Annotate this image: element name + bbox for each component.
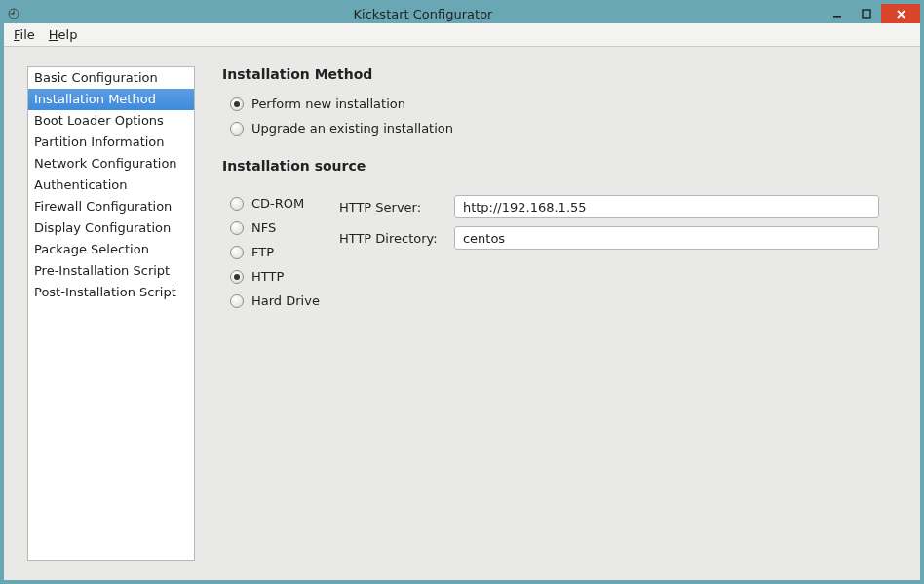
radio-icon xyxy=(230,294,244,308)
sidebar-item-installation-method[interactable]: Installation Method xyxy=(28,89,194,110)
section-title-installation-method: Installation Method xyxy=(222,66,897,82)
http-directory-input[interactable] xyxy=(454,226,879,250)
window-controls xyxy=(823,4,920,23)
radio-icon xyxy=(230,197,244,211)
sidebar-item-basic-configuration[interactable]: Basic Configuration xyxy=(28,67,194,89)
source-radio-group: CD-ROM NFS FTP HTTP xyxy=(222,191,320,313)
radio-icon xyxy=(230,122,244,136)
application-window: Kickstart Configurator File Help Basic C… xyxy=(0,0,924,584)
sidebar-item-post-installation-script[interactable]: Post-Installation Script xyxy=(28,282,194,303)
http-server-input[interactable] xyxy=(454,195,879,218)
radio-label: Perform new installation xyxy=(251,97,405,111)
minimize-button[interactable] xyxy=(823,4,852,23)
sidebar-item-boot-loader-options[interactable]: Boot Loader Options xyxy=(28,110,194,132)
menubar: File Help xyxy=(4,23,920,47)
main-panel: Installation Method Perform new installa… xyxy=(222,66,897,561)
http-directory-label: HTTP Directory: xyxy=(339,231,444,246)
radio-upgrade[interactable]: Upgrade an existing installation xyxy=(222,116,897,140)
menu-file[interactable]: File xyxy=(14,27,35,42)
radio-icon xyxy=(230,97,244,111)
sidebar-item-firewall-configuration[interactable]: Firewall Configuration xyxy=(28,196,194,217)
window-title: Kickstart Configurator xyxy=(23,7,823,21)
sidebar-item-network-configuration[interactable]: Network Configuration xyxy=(28,153,194,175)
radio-label: NFS xyxy=(251,220,276,235)
sidebar-item-display-configuration[interactable]: Display Configuration xyxy=(28,217,194,239)
menu-help[interactable]: Help xyxy=(49,27,78,42)
close-button[interactable] xyxy=(881,4,920,23)
http-server-label: HTTP Server: xyxy=(339,200,444,214)
radio-icon xyxy=(230,270,244,284)
http-fields: HTTP Server: HTTP Directory: xyxy=(339,191,897,313)
radio-cdrom[interactable]: CD-ROM xyxy=(222,191,320,215)
sidebar-item-pre-installation-script[interactable]: Pre-Installation Script xyxy=(28,260,194,282)
sidebar[interactable]: Basic Configuration Installation Method … xyxy=(27,66,195,561)
radio-ftp[interactable]: FTP xyxy=(222,240,320,264)
radio-icon xyxy=(230,221,244,235)
section-title-installation-source: Installation source xyxy=(222,158,897,174)
titlebar: Kickstart Configurator xyxy=(4,4,920,23)
sidebar-item-authentication[interactable]: Authentication xyxy=(28,175,194,196)
radio-label: Hard Drive xyxy=(251,293,320,308)
radio-label: FTP xyxy=(251,245,274,259)
radio-harddrive[interactable]: Hard Drive xyxy=(222,289,320,313)
sidebar-item-package-selection[interactable]: Package Selection xyxy=(28,239,194,260)
radio-icon xyxy=(230,246,244,259)
radio-label: CD-ROM xyxy=(251,196,304,211)
sidebar-item-partition-information[interactable]: Partition Information xyxy=(28,132,194,153)
maximize-button[interactable] xyxy=(852,4,881,23)
svg-rect-1 xyxy=(833,16,841,18)
radio-http[interactable]: HTTP xyxy=(222,264,320,289)
radio-nfs[interactable]: NFS xyxy=(222,215,320,240)
radio-new-install[interactable]: Perform new installation xyxy=(222,92,897,116)
radio-label: HTTP xyxy=(251,269,284,284)
svg-rect-2 xyxy=(863,10,870,18)
app-icon xyxy=(4,4,23,23)
radio-label: Upgrade an existing installation xyxy=(251,121,453,136)
body: Basic Configuration Installation Method … xyxy=(4,47,920,580)
